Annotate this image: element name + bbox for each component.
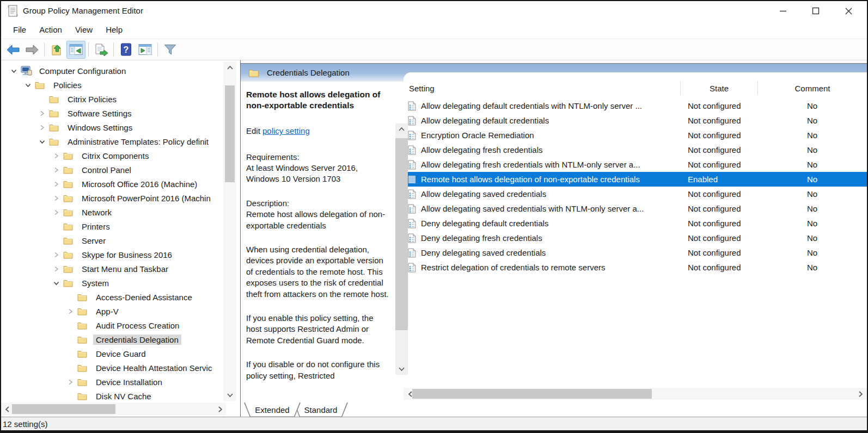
setting-row-allow-delegating-saved-credentials[interactable]: Allow delegating saved credentialsNot co… [404, 187, 867, 201]
maximize-button[interactable] [799, 1, 832, 21]
tree-item-credentials-delegation[interactable]: Credentials Delegation [1, 332, 241, 347]
chevron-collapsed-icon[interactable] [49, 181, 63, 188]
tree-item-windows-settings[interactable]: Windows Settings [1, 120, 241, 134]
tree-vertical-scrollbar[interactable] [223, 61, 236, 401]
tree-item-citrix-policies[interactable]: Citrix Policies [1, 92, 241, 106]
toolbar: ? [1, 39, 867, 60]
tree-item-start-menu-and-taskbar[interactable]: Start Menu and Taskbar [1, 262, 241, 276]
scrollbar-thumb[interactable] [12, 404, 115, 414]
chevron-up-icon [398, 127, 405, 132]
tree-item-software-settings[interactable]: Software Settings [1, 106, 241, 120]
chevron-collapsed-icon[interactable] [49, 209, 63, 216]
console-tree: Computer ConfigurationPoliciesCitrix Pol… [1, 64, 241, 403]
tree-item-microsoft-powerpoint-2016-machin[interactable]: Microsoft PowerPoint 2016 (Machin [1, 191, 241, 205]
tree-horizontal-scrollbar[interactable] [1, 403, 226, 416]
tree-item-network[interactable]: Network [1, 205, 241, 219]
setting-row-allow-delegating-fresh-credentials[interactable]: Allow delegating fresh credentialsNot co… [404, 143, 867, 157]
tree-item-microsoft-office-2016-machine[interactable]: Microsoft Office 2016 (Machine) [1, 177, 241, 191]
chevron-collapsed-icon[interactable] [49, 251, 63, 258]
scroll-up-arrow[interactable] [395, 123, 408, 135]
tree-item-label: Software Settings [65, 108, 135, 119]
menu-action[interactable]: Action [33, 22, 69, 37]
setting-row-deny-delegating-fresh-credentials[interactable]: Deny delegating fresh credentialsNot con… [404, 231, 867, 245]
tree-item-device-guard[interactable]: Device Guard [1, 347, 241, 361]
policy-doc-icon [408, 248, 416, 258]
toolbar-help-button[interactable]: ? [117, 41, 136, 59]
setting-row-deny-delegating-saved-credentials[interactable]: Deny delegating saved credentialsNot con… [404, 245, 867, 260]
close-button[interactable] [832, 1, 865, 21]
column-header-comment[interactable]: Comment [757, 81, 867, 95]
column-header-state[interactable]: State [680, 81, 757, 95]
chevron-collapsed-icon[interactable] [49, 166, 63, 174]
scroll-up-arrow[interactable] [223, 61, 236, 73]
scrollbar-thumb[interactable] [412, 389, 652, 399]
scroll-down-arrow[interactable] [395, 363, 408, 375]
tree-item-administrative-templates-policy-definit[interactable]: Administrative Templates: Policy definit [1, 134, 241, 149]
chevron-collapsed-icon[interactable] [49, 265, 63, 273]
window-title: Group Policy Management Editor [23, 6, 143, 15]
scroll-right-arrow[interactable] [855, 388, 866, 400]
chevron-expanded-icon[interactable] [21, 82, 35, 89]
minimize-button[interactable] [767, 1, 799, 21]
menubar: FileActionViewHelp [1, 21, 867, 39]
tree-item-app-v[interactable]: App-V [1, 304, 241, 318]
toolbar-forward-button[interactable] [22, 41, 41, 59]
toolbar-show-console-tree-button[interactable] [66, 41, 85, 59]
tree-item-computer-configuration[interactable]: Computer Configuration [1, 64, 241, 78]
chevron-collapsed-icon[interactable] [49, 195, 63, 202]
setting-row-restrict-delegation-of-credentials-to-remote-servers[interactable]: Restrict delegation of credentials to re… [404, 260, 867, 275]
description-scrollbar[interactable] [395, 123, 408, 375]
setting-row-allow-delegating-saved-credentials-with-ntlm-only-server-a[interactable]: Allow delegating saved credentials with … [404, 201, 867, 216]
setting-name: Deny delegating default credentials [421, 219, 548, 228]
chevron-collapsed-icon[interactable] [63, 308, 77, 315]
setting-row-allow-delegating-default-credentials[interactable]: Allow delegating default credentialsNot … [404, 113, 867, 128]
up-folder-icon [50, 43, 64, 56]
menu-file[interactable]: File [7, 22, 33, 37]
chevron-collapsed-icon[interactable] [35, 110, 49, 117]
menu-help[interactable]: Help [99, 22, 129, 37]
tree-item-device-health-attestation-servic[interactable]: Device Health Attestation Servic [1, 361, 241, 375]
chevron-expanded-icon[interactable] [49, 280, 63, 287]
setting-row-deny-delegating-default-credentials[interactable]: Deny delegating default credentialsNot c… [404, 216, 867, 231]
scroll-left-arrow[interactable] [1, 403, 13, 416]
setting-state: Not configured [680, 219, 757, 228]
chevron-down-icon [227, 393, 234, 398]
column-header-setting[interactable]: Setting [404, 81, 680, 95]
tree-item-access-denied-assistance[interactable]: Access-Denied Assistance [1, 290, 241, 304]
tree-item-skype-for-business-2016[interactable]: Skype for Business 2016 [1, 248, 241, 262]
edit-policy-setting-link[interactable]: policy setting [262, 126, 310, 135]
list-horizontal-scrollbar[interactable] [404, 388, 867, 400]
scrollbar-thumb[interactable] [225, 85, 235, 182]
tree-item-printers[interactable]: Printers [1, 219, 241, 233]
setting-row-encryption-oracle-remediation[interactable]: Encryption Oracle RemediationNot configu… [404, 128, 867, 143]
tree-item-control-panel[interactable]: Control Panel [1, 163, 241, 177]
tree-item-server[interactable]: Server [1, 233, 241, 248]
toolbar-filter-button[interactable] [161, 41, 180, 59]
tree-item-policies[interactable]: Policies [1, 78, 241, 92]
chevron-expanded-icon[interactable] [35, 138, 49, 145]
scroll-down-arrow[interactable] [223, 389, 236, 401]
policy-doc-icon [408, 204, 416, 214]
scroll-right-arrow[interactable] [214, 403, 226, 416]
chevron-expanded-icon[interactable] [7, 67, 21, 75]
chevron-collapsed-icon[interactable] [63, 379, 77, 386]
tab-extended[interactable]: Extended [244, 403, 301, 417]
tree-item-system[interactable]: System [1, 276, 241, 290]
tree-item-citrix-components[interactable]: Citrix Components [1, 149, 241, 163]
tree-item-device-installation[interactable]: Device Installation [1, 375, 241, 389]
toolbar-show-action-pane-button[interactable] [136, 41, 155, 59]
tree-item-audit-process-creation[interactable]: Audit Process Creation [1, 318, 241, 332]
setting-row-allow-delegating-fresh-credentials-with-ntlm-only-server-a[interactable]: Allow delegating fresh credentials with … [404, 157, 867, 172]
folder-icon [77, 321, 87, 330]
toolbar-export-list-button[interactable] [91, 41, 111, 59]
chevron-collapsed-icon[interactable] [35, 124, 49, 131]
setting-row-allow-delegating-default-credentials-with-ntlm-only-server[interactable]: Allow delegating default credentials wit… [404, 98, 867, 113]
tab-standard[interactable]: Standard [294, 403, 348, 417]
chevron-collapsed-icon[interactable] [49, 152, 63, 159]
toolbar-up-one-level-button[interactable] [47, 41, 66, 59]
tree-item-disk-nv-cache[interactable]: Disk NV Cache [1, 389, 241, 403]
scrollbar-thumb[interactable] [395, 138, 408, 330]
toolbar-back-button[interactable] [3, 41, 22, 59]
setting-row-remote-host-allows-delegation-of-non-exportable-credentials[interactable]: Remote host allows delegation of non-exp… [404, 172, 867, 187]
menu-view[interactable]: View [69, 22, 99, 37]
